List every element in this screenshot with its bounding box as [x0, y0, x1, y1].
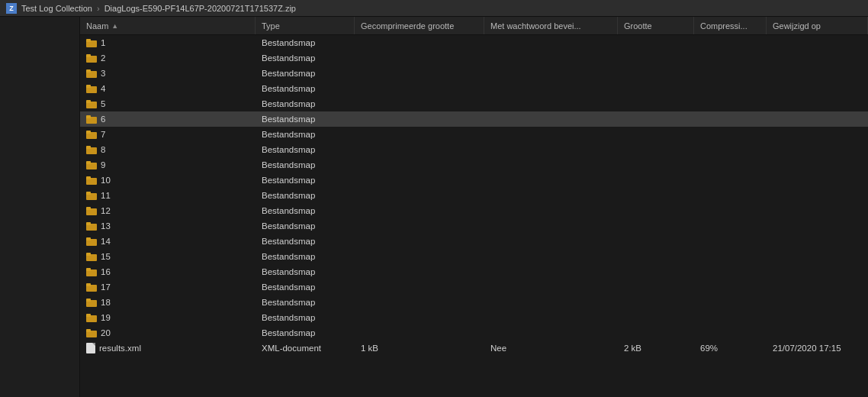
- cell-size-20: 2 kB: [618, 341, 694, 356]
- cell-compsize-9: [355, 173, 484, 188]
- cell-modified-18: [767, 310, 868, 325]
- main-layout: Naam ▲ Type Gecomprimeerde grootte Met w…: [0, 17, 868, 397]
- cell-modified-12: [767, 218, 868, 234]
- cell-compsize-11: [355, 203, 484, 218]
- cell-compsize-8: [355, 157, 484, 173]
- cell-compsize-5: [355, 111, 484, 127]
- table-row[interactable]: 16Bestandsmap: [80, 264, 868, 279]
- table-row[interactable]: 5Bestandsmap: [80, 96, 868, 111]
- sidebar: [0, 17, 80, 397]
- cell-type-2: Bestandsmap: [256, 66, 355, 81]
- table-row[interactable]: 11Bestandsmap: [80, 188, 868, 203]
- cell-password-1: [484, 50, 618, 66]
- cell-type-13: Bestandsmap: [256, 234, 355, 249]
- cell-name-7: 8: [80, 142, 256, 157]
- table-row[interactable]: 9Bestandsmap: [80, 157, 868, 173]
- titlebar: Z Test Log Collection › DiagLogs-E590-PF…: [0, 0, 868, 17]
- filename-text: 18: [101, 298, 111, 307]
- cell-compress-0: [694, 35, 767, 50]
- cell-size-3: [618, 81, 694, 96]
- cell-size-7: [618, 142, 694, 157]
- table-row[interactable]: 1Bestandsmap: [80, 35, 868, 50]
- cell-compress-3: [694, 81, 767, 96]
- cell-name-10: 11: [80, 188, 256, 203]
- table-row[interactable]: 2Bestandsmap: [80, 50, 868, 66]
- cell-modified-16: [767, 279, 868, 295]
- cell-size-10: [618, 188, 694, 203]
- table-row[interactable]: 6Bestandsmap: [80, 111, 868, 127]
- filename-text: results.xml: [99, 344, 141, 353]
- table-row[interactable]: 12Bestandsmap: [80, 203, 868, 218]
- col-header-type[interactable]: Type: [256, 17, 355, 34]
- table-row[interactable]: 17Bestandsmap: [80, 279, 868, 295]
- table-row[interactable]: 20Bestandsmap: [80, 325, 868, 341]
- folder-icon: [86, 283, 97, 292]
- breadcrumb-test-log[interactable]: Test Log Collection: [21, 4, 92, 13]
- table-row[interactable]: 3Bestandsmap: [80, 66, 868, 81]
- filename-text: 7: [101, 130, 105, 139]
- cell-size-14: [618, 249, 694, 264]
- cell-size-15: [618, 264, 694, 279]
- filename-text: 3: [101, 69, 105, 78]
- app-icon: Z: [6, 3, 17, 14]
- cell-compsize-3: [355, 81, 484, 96]
- table-row[interactable]: 15Bestandsmap: [80, 249, 868, 264]
- cell-type-15: Bestandsmap: [256, 264, 355, 279]
- filename-text: 13: [101, 221, 111, 231]
- table-row[interactable]: 14Bestandsmap: [80, 234, 868, 249]
- folder-icon: [86, 54, 97, 63]
- folder-icon: [86, 314, 97, 322]
- col-header-compsize[interactable]: Gecomprimeerde grootte: [355, 17, 484, 34]
- filename-text: 12: [101, 206, 111, 215]
- cell-password-0: [484, 35, 618, 50]
- cell-password-12: [484, 218, 618, 234]
- filename-text: 6: [101, 115, 105, 124]
- cell-modified-0: [767, 35, 868, 50]
- cell-type-0: Bestandsmap: [256, 35, 355, 50]
- breadcrumb-zip-file[interactable]: DiagLogs-E590-PF14L67P-20200721T171537Z.…: [104, 4, 296, 13]
- cell-type-10: Bestandsmap: [256, 188, 355, 203]
- filename-text: 5: [101, 99, 105, 108]
- cell-compress-19: [694, 325, 767, 341]
- table-row[interactable]: 7Bestandsmap: [80, 127, 868, 142]
- cell-modified-14: [767, 249, 868, 264]
- col-header-compress[interactable]: Compressi...: [694, 17, 767, 34]
- cell-type-7: Bestandsmap: [256, 142, 355, 157]
- cell-compress-15: [694, 264, 767, 279]
- col-header-modified[interactable]: Gewijzigd op: [767, 17, 868, 34]
- cell-modified-7: [767, 142, 868, 157]
- cell-compress-9: [694, 173, 767, 188]
- col-header-password[interactable]: Met wachtwoord bevei...: [484, 17, 618, 34]
- cell-compsize-20: 1 kB: [355, 341, 484, 356]
- cell-type-6: Bestandsmap: [256, 127, 355, 142]
- cell-compress-16: [694, 279, 767, 295]
- table-row[interactable]: results.xmlXML-document1 kBNee2 kB69%21/…: [80, 341, 868, 356]
- table-row[interactable]: 4Bestandsmap: [80, 81, 868, 96]
- filename-text: 11: [101, 191, 111, 200]
- cell-name-6: 7: [80, 127, 256, 142]
- filename-text: 8: [101, 145, 105, 154]
- col-header-name[interactable]: Naam ▲: [80, 17, 256, 34]
- cell-compsize-6: [355, 127, 484, 142]
- cell-compress-7: [694, 142, 767, 157]
- table-row[interactable]: 18Bestandsmap: [80, 295, 868, 310]
- table-row[interactable]: 8Bestandsmap: [80, 142, 868, 157]
- table-row[interactable]: 19Bestandsmap: [80, 310, 868, 325]
- folder-icon: [86, 329, 97, 337]
- cell-name-13: 14: [80, 234, 256, 249]
- cell-password-14: [484, 249, 618, 264]
- content-area: Naam ▲ Type Gecomprimeerde grootte Met w…: [80, 17, 868, 397]
- folder-icon: [86, 237, 97, 246]
- cell-password-18: [484, 310, 618, 325]
- col-header-size[interactable]: Grootte: [618, 17, 694, 34]
- folder-icon: [86, 146, 97, 154]
- table-row[interactable]: 10Bestandsmap: [80, 173, 868, 188]
- cell-password-7: [484, 142, 618, 157]
- cell-size-18: [618, 310, 694, 325]
- folder-icon: [86, 299, 97, 307]
- cell-compsize-7: [355, 142, 484, 157]
- cell-password-4: [484, 96, 618, 111]
- table-row[interactable]: 13Bestandsmap: [80, 218, 868, 234]
- cell-password-11: [484, 203, 618, 218]
- cell-size-16: [618, 279, 694, 295]
